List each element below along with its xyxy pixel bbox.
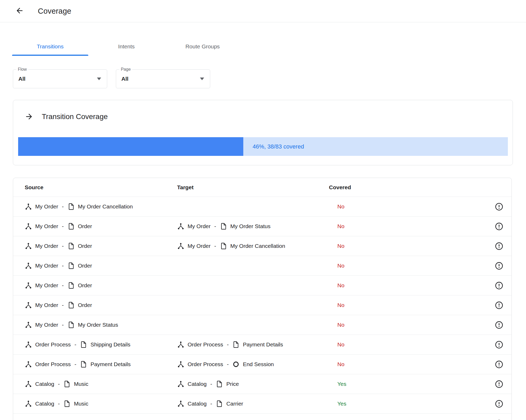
separator: - — [227, 361, 229, 367]
source-entity: My Order - My Order Status — [25, 321, 118, 329]
flow-icon — [177, 341, 184, 348]
covered-cell: No — [329, 302, 487, 308]
source-entity: My Order - Order — [25, 301, 92, 309]
target-cell: My Order - My Order Status — [177, 223, 329, 230]
flow-filter-value: All — [18, 76, 25, 82]
page-icon — [68, 321, 75, 329]
separator: - — [62, 302, 64, 308]
flow-name: Catalog — [35, 401, 54, 407]
page-name: Music — [74, 381, 88, 387]
table-row[interactable]: Catalog - Confirmation Order Process — [13, 414, 512, 420]
target-cell: Catalog - Price — [177, 380, 329, 388]
flow-icon — [25, 203, 32, 210]
back-button[interactable] — [15, 6, 24, 16]
coverage-card-header: Transition Coverage — [13, 100, 513, 121]
page-icon — [80, 341, 87, 348]
table-row[interactable]: My Order - Order My Order - My — [13, 217, 512, 236]
table-row[interactable]: Order Process - Shipping Details Order P… — [13, 335, 512, 355]
flow-icon — [25, 301, 32, 309]
source-entity: Catalog - Music — [25, 400, 88, 407]
table-row[interactable]: Order Process - Payment Details Order Pr… — [13, 355, 512, 374]
flow-name: My Order — [188, 243, 211, 249]
separator: - — [62, 263, 64, 269]
page-name: Music — [74, 401, 88, 407]
covered-status: No — [329, 263, 344, 269]
separator: - — [74, 361, 76, 367]
separator: - — [62, 282, 64, 289]
source-cell: My Order - My Order Status — [25, 321, 177, 329]
info-icon[interactable] — [495, 360, 503, 368]
page-icon — [68, 242, 75, 250]
covered-status: No — [329, 361, 344, 367]
flow-icon — [25, 262, 32, 269]
flow-icon — [177, 223, 184, 230]
info-icon[interactable] — [495, 222, 503, 231]
table-row[interactable]: My Order - Order My Order - My — [13, 236, 512, 256]
page-name: My Order Status — [78, 322, 118, 328]
page-filter-select[interactable]: Page All — [116, 69, 210, 88]
flow-icon — [177, 242, 184, 250]
info-icon[interactable] — [495, 301, 503, 309]
covered-status: No — [329, 243, 344, 249]
target-cell: Order Process - Payment Details — [177, 341, 329, 348]
info-icon[interactable] — [495, 203, 503, 211]
page-name: Order — [78, 282, 92, 289]
covered-status: No — [329, 223, 344, 229]
source-entity: My Order - Order — [25, 282, 92, 289]
actions-cell — [487, 360, 512, 368]
table-row[interactable]: My Order - Order No — [13, 295, 512, 315]
info-icon[interactable] — [495, 262, 503, 270]
flow-name: Order Process — [188, 361, 223, 367]
target-cell: My Order - My Order Cancellation — [177, 242, 329, 250]
page-name: Order — [78, 302, 92, 308]
flow-name: My Order — [188, 223, 211, 229]
page-icon — [220, 223, 227, 230]
table-row[interactable]: Catalog - Music Catalog - Price — [13, 374, 512, 394]
info-icon[interactable] — [495, 242, 503, 250]
page-name: My Order Status — [230, 223, 271, 229]
flow-name: My Order — [35, 282, 58, 289]
table-row[interactable]: Catalog - Music Catalog - Carri — [13, 394, 512, 414]
table-row[interactable]: My Order - My Order Cancellation No — [13, 197, 512, 217]
filter-bar: Flow All Page All — [13, 69, 526, 88]
target-entity: Order Process - End Session — [177, 361, 274, 368]
arrow-back-icon — [15, 6, 24, 16]
info-icon[interactable] — [495, 380, 503, 388]
separator: - — [227, 341, 229, 348]
info-icon[interactable] — [495, 400, 503, 408]
covered-status: No — [329, 203, 344, 210]
column-header-source: Source — [25, 184, 177, 191]
target-entity: Order Process - Payment Details — [177, 341, 283, 348]
flow-icon — [25, 341, 32, 348]
flow-name: Order Process — [35, 341, 71, 348]
source-cell: My Order - Order — [25, 282, 177, 289]
flow-name: My Order — [35, 302, 58, 308]
flow-icon — [25, 242, 32, 250]
page-icon — [68, 203, 75, 210]
tab-route-groups[interactable]: Route Groups — [164, 37, 241, 56]
info-icon[interactable] — [495, 341, 503, 349]
source-entity: My Order - My Order Cancellation — [25, 203, 133, 210]
table-row[interactable]: My Order - My Order Status No — [13, 315, 512, 335]
table-row[interactable]: My Order - Order No — [13, 256, 512, 276]
page-icon — [80, 361, 87, 368]
info-icon[interactable] — [495, 321, 503, 329]
source-entity: Order Process - Payment Details — [25, 361, 131, 368]
tab-transitions[interactable]: Transitions — [12, 37, 88, 56]
separator: - — [214, 223, 216, 229]
separator: - — [62, 322, 64, 328]
info-icon[interactable] — [495, 281, 503, 290]
separator: - — [58, 401, 60, 407]
covered-status: Yes — [329, 381, 346, 387]
app-header: Coverage — [0, 0, 526, 22]
flow-name: My Order — [35, 263, 58, 269]
flow-icon — [25, 400, 32, 407]
arrow-forward-icon — [25, 112, 33, 121]
flow-filter-select[interactable]: Flow All — [13, 69, 107, 88]
separator: - — [58, 381, 60, 387]
page-name: Order — [78, 263, 92, 269]
table-row[interactable]: My Order - Order No — [13, 276, 512, 295]
actions-cell — [487, 400, 512, 408]
tab-intents[interactable]: Intents — [88, 37, 164, 56]
separator: - — [210, 401, 212, 407]
